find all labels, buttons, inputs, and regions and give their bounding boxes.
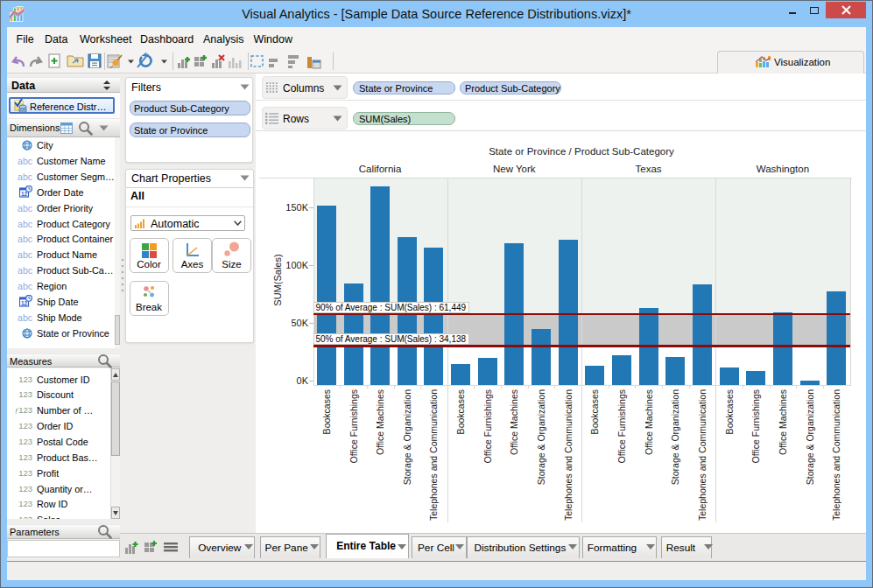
svg-text:12: 12	[21, 300, 28, 306]
svg-text:12: 12	[21, 190, 28, 196]
